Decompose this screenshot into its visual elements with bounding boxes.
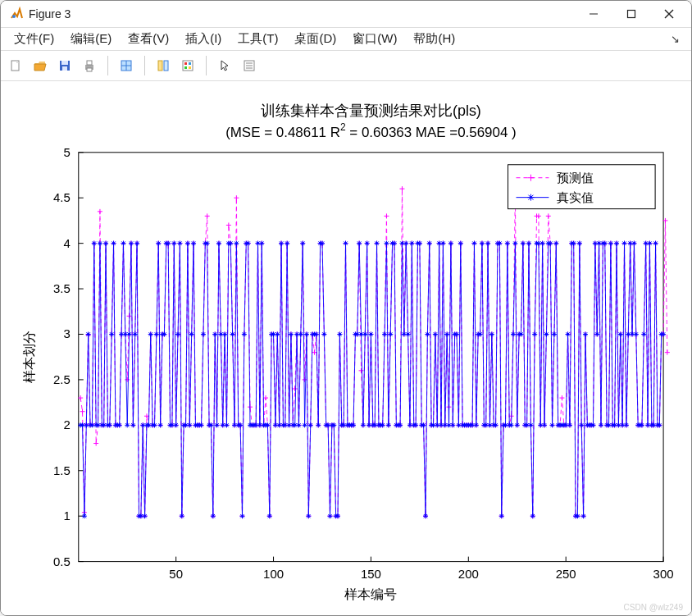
close-icon: [664, 9, 674, 19]
svg-rect-16: [158, 61, 162, 71]
ytick-label: 4: [63, 235, 70, 249]
new-button[interactable]: [4, 54, 27, 77]
open-icon: [33, 58, 48, 73]
new-icon: [8, 58, 23, 73]
xtick-label: 100: [263, 566, 284, 580]
menu-window[interactable]: 窗口(W): [344, 28, 405, 50]
menu-insert[interactable]: 插入(I): [177, 28, 230, 50]
ytick-label: 1: [63, 509, 70, 522]
figure-area: 501001502002503000.511.522.533.544.55训练集…: [1, 81, 691, 615]
xtick-label: 300: [653, 566, 674, 580]
svg-rect-2: [628, 11, 635, 18]
open-button[interactable]: [29, 54, 52, 77]
window-title: Figure 3: [29, 7, 71, 21]
maximize-button[interactable]: [612, 1, 650, 27]
ytick-label: 1.5: [53, 463, 71, 477]
pan-icon: [156, 58, 171, 73]
data-cursor-button[interactable]: [115, 54, 138, 77]
xtick-label: 150: [361, 566, 381, 580]
legend-button[interactable]: [176, 54, 199, 77]
menu-help[interactable]: 帮助(H): [405, 28, 463, 50]
pointer-icon: [217, 58, 232, 73]
menu-tools[interactable]: 工具(T): [230, 28, 286, 50]
legend-pred: 预测值: [557, 170, 594, 184]
menubar-overflow-icon[interactable]: ↘: [671, 33, 680, 45]
xtick-label: 50: [169, 566, 183, 580]
toolbar-separator: [144, 56, 145, 75]
svg-rect-21: [184, 66, 187, 69]
menu-file[interactable]: 文件(F): [6, 28, 62, 50]
ytick-label: 2.5: [53, 372, 71, 386]
color-legend-icon: [180, 58, 195, 73]
matlab-icon: [9, 7, 24, 21]
save-button[interactable]: [53, 54, 76, 77]
menu-desktop[interactable]: 桌面(D): [286, 28, 344, 50]
print-icon: [82, 58, 97, 73]
toolbar-separator: [206, 56, 207, 75]
menu-view[interactable]: 查看(V): [120, 28, 177, 50]
properties-button[interactable]: [238, 54, 261, 77]
svg-rect-17: [164, 61, 168, 71]
xlabel: 样本编号: [344, 587, 397, 601]
chart-subtitle: (MSE = 0.48611 R2 = 0.60363 MAE =0.56904…: [225, 121, 517, 139]
xtick-label: 200: [458, 566, 479, 580]
watermark: CSDN @wlz249: [624, 603, 683, 612]
save-icon: [57, 58, 72, 73]
menu-edit[interactable]: 编辑(E): [62, 28, 120, 50]
figure-window: Figure 3 文件(F) 编辑(E) 查看(V) 插入(I) 工具(T) 桌…: [0, 0, 692, 616]
svg-rect-12: [87, 68, 92, 71]
ylabel: 样本划分: [22, 331, 36, 383]
svg-rect-19: [184, 62, 187, 65]
chart-title: 训练集样本含量预测结果对比(pls): [261, 102, 481, 118]
ytick-label: 3: [63, 326, 70, 340]
titlebar: Figure 3: [1, 1, 691, 28]
xtick-label: 250: [556, 566, 576, 580]
toolbar: [1, 51, 691, 80]
svg-rect-22: [189, 66, 191, 69]
pointer-button[interactable]: [213, 54, 236, 77]
svg-point-0: [12, 15, 16, 18]
svg-rect-9: [62, 66, 67, 71]
maximize-icon: [626, 9, 636, 19]
svg-rect-18: [183, 61, 193, 71]
ytick-label: 3.5: [53, 281, 71, 295]
toolbar-separator: [107, 56, 108, 75]
menubar: 文件(F) 编辑(E) 查看(V) 插入(I) 工具(T) 桌面(D) 窗口(W…: [1, 28, 691, 51]
ytick-label: 0.5: [53, 554, 71, 568]
chart: 501001502002503000.511.522.533.544.55训练集…: [1, 81, 691, 615]
ytick-label: 4.5: [53, 190, 71, 204]
svg-rect-8: [61, 61, 68, 65]
ytick-label: 5: [63, 144, 70, 158]
print-button[interactable]: [78, 54, 101, 77]
close-button[interactable]: [650, 1, 688, 27]
minimize-icon: [589, 9, 599, 19]
svg-rect-11: [87, 61, 92, 65]
minimize-button[interactable]: [575, 1, 612, 27]
legend-real: 真实值: [557, 189, 594, 203]
pan-button[interactable]: [152, 54, 175, 77]
data-cursor-icon: [119, 58, 134, 73]
properties-icon: [242, 58, 257, 73]
svg-rect-20: [189, 62, 191, 65]
ytick-label: 2: [63, 418, 70, 431]
